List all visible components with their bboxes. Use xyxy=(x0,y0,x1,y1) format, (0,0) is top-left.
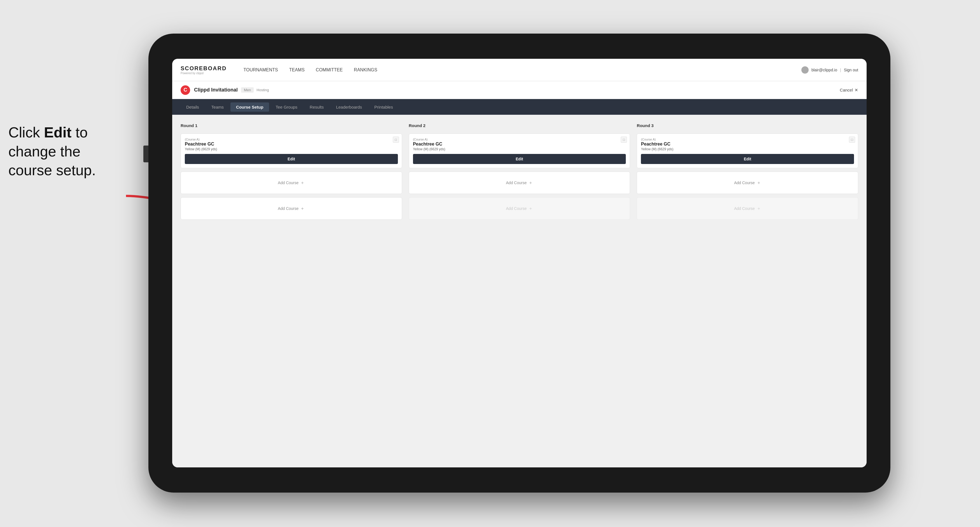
round-1-add-course-2-label: Add Course xyxy=(278,206,299,211)
round-1-title: Round 1 xyxy=(181,123,402,128)
round-2-course-name: Peachtree GC xyxy=(413,141,626,147)
round-2-column: Round 2 □ (Course A) Peachtree GC Yellow… xyxy=(409,123,630,220)
sign-out-link[interactable]: Sign out xyxy=(844,68,858,72)
tab-results[interactable]: Results xyxy=(304,102,329,112)
nav-teams[interactable]: TEAMS xyxy=(289,66,305,74)
tab-tee-groups[interactable]: Tee Groups xyxy=(270,102,303,112)
round-3-column: Round 3 □ (Course A) Peachtree GC Yellow… xyxy=(637,123,858,220)
user-email: blair@clippd.io xyxy=(811,68,837,72)
round-1-add-course-1[interactable]: Add Course ＋ xyxy=(181,171,402,194)
round-2-add-course-2-label: Add Course xyxy=(506,206,527,211)
round-2-title: Round 2 xyxy=(409,123,630,128)
round-2-add-course-2: Add Course ＋ xyxy=(409,197,630,220)
round-2-edit-button[interactable]: Edit xyxy=(413,154,626,164)
round-2-course-card: □ (Course A) Peachtree GC Yellow (M) (66… xyxy=(409,133,630,168)
round-3-edit-button[interactable]: Edit xyxy=(641,154,854,164)
round-2-delete-button[interactable]: □ xyxy=(621,137,627,143)
nav-rankings[interactable]: RANKINGS xyxy=(354,66,377,74)
main-content: Round 1 □ (Course A) Peachtree GC Yellow… xyxy=(172,115,867,467)
nav-tournaments[interactable]: TOURNAMENTS xyxy=(243,66,278,74)
round-2-add-course-1[interactable]: Add Course ＋ xyxy=(409,171,630,194)
annotation-text: Click Edit to change the course setup. xyxy=(8,123,126,180)
round-3-course-detail: Yellow (M) (6629 yds) xyxy=(641,147,854,151)
nav-right: blair@clippd.io | Sign out xyxy=(801,66,858,74)
plus-icon-2: ＋ xyxy=(300,206,305,211)
plus-icon-4: ＋ xyxy=(528,206,533,211)
cancel-button[interactable]: Cancel ✕ xyxy=(840,87,858,93)
user-avatar xyxy=(801,66,809,74)
sub-header: C Clippd Invitational Men Hosting Cancel… xyxy=(172,81,867,99)
plus-icon-1: ＋ xyxy=(300,180,305,186)
tournament-logo: C xyxy=(181,85,190,95)
top-nav: SCOREBOARD Powered by clippd TOURNAMENTS… xyxy=(172,59,867,81)
round-1-edit-button[interactable]: Edit xyxy=(185,154,398,164)
logo-area: SCOREBOARD Powered by clippd xyxy=(181,65,226,75)
round-1-add-course-2[interactable]: Add Course ＋ xyxy=(181,197,402,220)
round-1-add-course-1-label: Add Course xyxy=(278,181,299,185)
round-1-course-detail: Yellow (M) (6629 yds) xyxy=(185,147,398,151)
round-3-add-course-2-label: Add Course xyxy=(734,206,755,211)
round-1-column: Round 1 □ (Course A) Peachtree GC Yellow… xyxy=(181,123,402,220)
round-1-delete-button[interactable]: □ xyxy=(393,137,399,143)
plus-icon-5: ＋ xyxy=(757,180,761,186)
plus-icon-6: ＋ xyxy=(757,206,761,211)
round-3-add-course-1[interactable]: Add Course ＋ xyxy=(637,171,858,194)
hosting-badge: Hosting xyxy=(256,88,269,92)
round-2-course-detail: Yellow (M) (6629 yds) xyxy=(413,147,626,151)
round-3-delete-button[interactable]: □ xyxy=(849,137,855,143)
nav-items: TOURNAMENTS TEAMS COMMITTEE RANKINGS xyxy=(243,66,801,74)
tab-details[interactable]: Details xyxy=(181,102,205,112)
tournament-name: Clippd Invitational xyxy=(194,87,238,93)
logo-scoreboard: SCOREBOARD xyxy=(181,65,226,71)
round-3-title: Round 3 xyxy=(637,123,858,128)
logo-sub: Powered by clippd xyxy=(181,71,226,75)
tab-leaderboards[interactable]: Leaderboards xyxy=(330,102,368,112)
round-1-course-label: (Course A) xyxy=(185,138,398,141)
tablet-screen: SCOREBOARD Powered by clippd TOURNAMENTS… xyxy=(172,59,867,467)
tournament-type-badge: Men xyxy=(241,87,254,93)
tab-teams[interactable]: Teams xyxy=(206,102,229,112)
tab-printables[interactable]: Printables xyxy=(369,102,399,112)
round-2-course-label: (Course A) xyxy=(413,138,626,141)
round-3-course-name: Peachtree GC xyxy=(641,141,854,147)
round-3-course-label: (Course A) xyxy=(641,138,854,141)
tab-course-setup[interactable]: Course Setup xyxy=(231,102,269,112)
round-1-course-name: Peachtree GC xyxy=(185,141,398,147)
nav-committee[interactable]: COMMITTEE xyxy=(316,66,343,74)
round-1-course-card: □ (Course A) Peachtree GC Yellow (M) (66… xyxy=(181,133,402,168)
round-2-add-course-1-label: Add Course xyxy=(506,181,527,185)
round-3-course-card: □ (Course A) Peachtree GC Yellow (M) (66… xyxy=(637,133,858,168)
tablet-shell: SCOREBOARD Powered by clippd TOURNAMENTS… xyxy=(148,33,890,492)
rounds-container: Round 1 □ (Course A) Peachtree GC Yellow… xyxy=(181,123,858,220)
tab-bar: Details Teams Course Setup Tee Groups Re… xyxy=(172,99,867,115)
round-3-add-course-1-label: Add Course xyxy=(734,181,755,185)
tablet-side-button xyxy=(143,146,148,162)
round-3-add-course-2: Add Course ＋ xyxy=(637,197,858,220)
plus-icon-3: ＋ xyxy=(528,180,533,186)
